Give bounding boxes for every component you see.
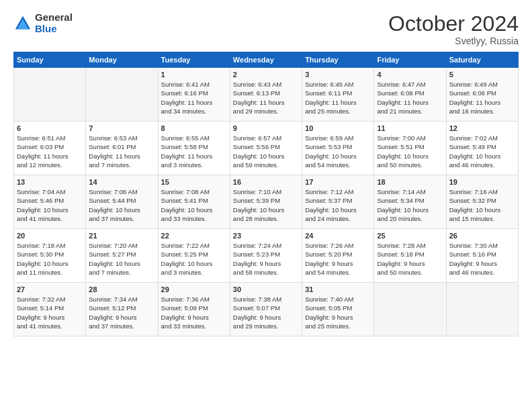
header-friday: Friday xyxy=(374,52,446,68)
day-number: 24 xyxy=(305,232,371,240)
cell-content: Sunrise: 6:57 AMSunset: 5:56 PMDaylight:… xyxy=(233,134,299,169)
cell-content: Sunrise: 7:22 AMSunset: 5:25 PMDaylight:… xyxy=(161,241,227,277)
table-row: 30Sunrise: 7:38 AMSunset: 5:07 PMDayligh… xyxy=(230,283,302,336)
day-number: 3 xyxy=(305,71,371,79)
table-row: 14Sunrise: 7:06 AMSunset: 5:44 PMDayligh… xyxy=(86,175,158,229)
page: General Blue October 2024 Svetlyy, Russi… xyxy=(0,0,532,343)
day-number: 28 xyxy=(89,285,154,293)
cell-content: Sunrise: 7:10 AMSunset: 5:39 PMDaylight:… xyxy=(233,187,299,223)
day-number: 17 xyxy=(305,178,371,186)
table-row: 3Sunrise: 6:45 AMSunset: 6:11 PMDaylight… xyxy=(302,68,374,122)
day-number: 1 xyxy=(161,71,227,79)
table-row: 5Sunrise: 6:49 AMSunset: 6:06 PMDaylight… xyxy=(446,68,518,122)
cell-content: Sunrise: 6:45 AMSunset: 6:11 PMDaylight:… xyxy=(305,80,371,116)
table-row: 11Sunrise: 7:00 AMSunset: 5:51 PMDayligh… xyxy=(374,122,446,175)
table-row: 8Sunrise: 6:55 AMSunset: 5:58 PMDaylight… xyxy=(158,122,230,175)
table-row xyxy=(446,283,518,336)
cell-content: Sunrise: 7:00 AMSunset: 5:51 PMDaylight:… xyxy=(377,134,443,169)
table-row: 26Sunrise: 7:30 AMSunset: 5:16 PMDayligh… xyxy=(446,229,518,283)
table-row: 29Sunrise: 7:36 AMSunset: 5:09 PMDayligh… xyxy=(158,283,230,336)
cell-content: Sunrise: 7:04 AMSunset: 5:46 PMDaylight:… xyxy=(17,187,83,223)
day-number: 20 xyxy=(17,232,83,240)
cell-content: Sunrise: 7:40 AMSunset: 5:05 PMDaylight:… xyxy=(305,295,371,330)
cell-content: Sunrise: 7:14 AMSunset: 5:34 PMDaylight:… xyxy=(377,187,443,223)
header-tuesday: Tuesday xyxy=(158,52,230,68)
cell-content: Sunrise: 6:47 AMSunset: 6:08 PMDaylight:… xyxy=(377,80,443,116)
table-row: 13Sunrise: 7:04 AMSunset: 5:46 PMDayligh… xyxy=(14,175,86,229)
cell-content: Sunrise: 7:18 AMSunset: 5:30 PMDaylight:… xyxy=(17,241,83,277)
day-number: 18 xyxy=(377,178,443,186)
day-number: 19 xyxy=(449,178,515,186)
logo-blue-text: Blue xyxy=(35,24,73,35)
header-monday: Monday xyxy=(86,52,158,68)
table-row: 10Sunrise: 6:59 AMSunset: 5:53 PMDayligh… xyxy=(302,122,374,175)
cell-content: Sunrise: 7:16 AMSunset: 5:32 PMDaylight:… xyxy=(449,187,515,223)
table-row: 27Sunrise: 7:32 AMSunset: 5:14 PMDayligh… xyxy=(14,283,86,336)
table-row: 16Sunrise: 7:10 AMSunset: 5:39 PMDayligh… xyxy=(230,175,302,229)
header-thursday: Thursday xyxy=(302,52,374,68)
cell-content: Sunrise: 7:06 AMSunset: 5:44 PMDaylight:… xyxy=(89,187,154,223)
day-number: 15 xyxy=(161,178,227,186)
day-number: 14 xyxy=(89,178,154,186)
calendar-table: Sunday Monday Tuesday Wednesday Thursday… xyxy=(13,52,519,336)
day-number: 7 xyxy=(89,124,154,132)
table-row: 12Sunrise: 7:02 AMSunset: 5:49 PMDayligh… xyxy=(446,122,518,175)
table-row: 19Sunrise: 7:16 AMSunset: 5:32 PMDayligh… xyxy=(446,175,518,229)
title-block: October 2024 Svetlyy, Russia xyxy=(388,12,519,46)
day-number: 31 xyxy=(305,285,371,293)
calendar-header: Sunday Monday Tuesday Wednesday Thursday… xyxy=(14,52,519,68)
logo: General Blue xyxy=(13,12,73,34)
cell-content: Sunrise: 7:34 AMSunset: 5:12 PMDaylight:… xyxy=(89,295,154,330)
table-row: 18Sunrise: 7:14 AMSunset: 5:34 PMDayligh… xyxy=(374,175,446,229)
day-number: 22 xyxy=(161,232,227,240)
day-number: 6 xyxy=(17,124,83,132)
day-number: 4 xyxy=(377,71,443,79)
day-number: 9 xyxy=(233,124,299,132)
cell-content: Sunrise: 7:30 AMSunset: 5:16 PMDaylight:… xyxy=(449,241,515,277)
day-number: 8 xyxy=(161,124,227,132)
cell-content: Sunrise: 6:55 AMSunset: 5:58 PMDaylight:… xyxy=(161,134,227,169)
table-row xyxy=(86,68,158,122)
header: General Blue October 2024 Svetlyy, Russi… xyxy=(13,12,519,46)
table-row: 20Sunrise: 7:18 AMSunset: 5:30 PMDayligh… xyxy=(14,229,86,283)
table-row: 2Sunrise: 6:43 AMSunset: 6:13 PMDaylight… xyxy=(230,68,302,122)
table-row: 23Sunrise: 7:24 AMSunset: 5:23 PMDayligh… xyxy=(230,229,302,283)
table-row: 1Sunrise: 6:41 AMSunset: 6:16 PMDaylight… xyxy=(158,68,230,122)
table-row: 24Sunrise: 7:26 AMSunset: 5:20 PMDayligh… xyxy=(302,229,374,283)
logo-icon xyxy=(13,14,32,33)
table-row: 6Sunrise: 6:51 AMSunset: 6:03 PMDaylight… xyxy=(14,122,86,175)
day-number: 16 xyxy=(233,178,299,186)
header-sunday: Sunday xyxy=(14,52,86,68)
cell-content: Sunrise: 7:08 AMSunset: 5:41 PMDaylight:… xyxy=(161,187,227,223)
cell-content: Sunrise: 7:02 AMSunset: 5:49 PMDaylight:… xyxy=(449,134,515,169)
day-number: 2 xyxy=(233,71,299,79)
day-number: 12 xyxy=(449,124,515,132)
logo-text: General Blue xyxy=(35,12,73,34)
day-number: 23 xyxy=(233,232,299,240)
day-number: 5 xyxy=(449,71,515,79)
day-number: 11 xyxy=(377,124,443,132)
cell-content: Sunrise: 6:49 AMSunset: 6:06 PMDaylight:… xyxy=(449,80,515,116)
day-number: 25 xyxy=(377,232,443,240)
day-number: 21 xyxy=(89,232,154,240)
cell-content: Sunrise: 7:12 AMSunset: 5:37 PMDaylight:… xyxy=(305,187,371,223)
table-row: 28Sunrise: 7:34 AMSunset: 5:12 PMDayligh… xyxy=(86,283,158,336)
cell-content: Sunrise: 7:32 AMSunset: 5:14 PMDaylight:… xyxy=(17,295,83,330)
cell-content: Sunrise: 6:41 AMSunset: 6:16 PMDaylight:… xyxy=(161,80,227,116)
header-wednesday: Wednesday xyxy=(230,52,302,68)
day-number: 29 xyxy=(161,285,227,293)
cell-content: Sunrise: 6:51 AMSunset: 6:03 PMDaylight:… xyxy=(17,134,83,169)
cell-content: Sunrise: 7:38 AMSunset: 5:07 PMDaylight:… xyxy=(233,295,299,330)
table-row xyxy=(14,68,86,122)
table-row: 17Sunrise: 7:12 AMSunset: 5:37 PMDayligh… xyxy=(302,175,374,229)
day-number: 10 xyxy=(305,124,371,132)
location-subtitle: Svetlyy, Russia xyxy=(388,36,519,46)
table-row: 4Sunrise: 6:47 AMSunset: 6:08 PMDaylight… xyxy=(374,68,446,122)
cell-content: Sunrise: 6:59 AMSunset: 5:53 PMDaylight:… xyxy=(305,134,371,169)
day-number: 27 xyxy=(17,285,83,293)
table-row: 21Sunrise: 7:20 AMSunset: 5:27 PMDayligh… xyxy=(86,229,158,283)
cell-content: Sunrise: 7:24 AMSunset: 5:23 PMDaylight:… xyxy=(233,241,299,277)
cell-content: Sunrise: 7:26 AMSunset: 5:20 PMDaylight:… xyxy=(305,241,371,277)
table-row: 25Sunrise: 7:28 AMSunset: 5:18 PMDayligh… xyxy=(374,229,446,283)
cell-content: Sunrise: 7:28 AMSunset: 5:18 PMDaylight:… xyxy=(377,241,443,277)
